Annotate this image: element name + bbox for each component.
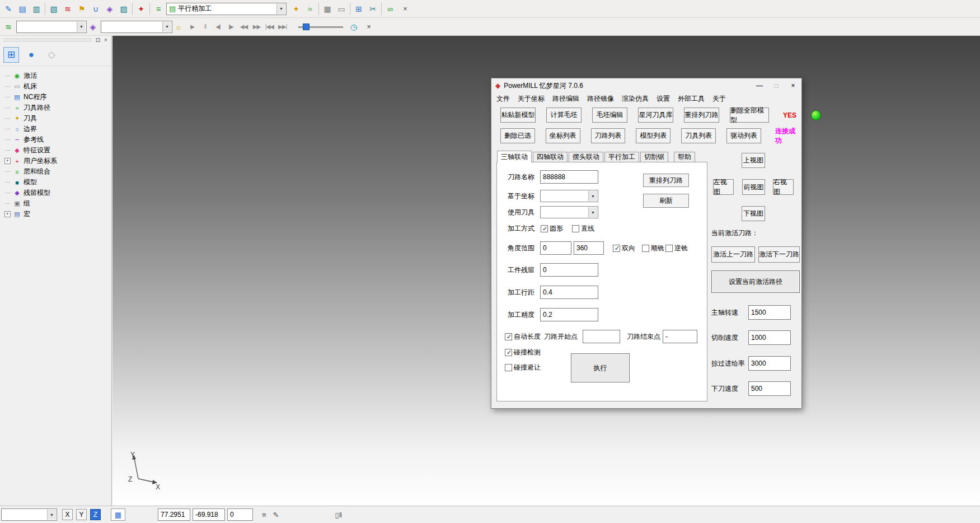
line-checkbox-group[interactable]: 直线 bbox=[572, 223, 594, 234]
statusbar-combo[interactable]: ▼ bbox=[1, 508, 57, 521]
activate-next-toolpath-button[interactable]: 激活下一刀路 bbox=[758, 246, 800, 263]
toolpath-list-button[interactable]: 刀路列表 bbox=[591, 128, 626, 143]
tree-item-levels-sets[interactable]: ≡ 层和组合 bbox=[4, 166, 111, 177]
circle-checkbox-group[interactable]: 圆形 bbox=[541, 223, 563, 234]
expander-icon[interactable] bbox=[4, 86, 11, 87]
refresh-button[interactable]: 刷新 bbox=[643, 194, 689, 208]
simulation-toolbar-close-icon[interactable]: × bbox=[364, 22, 374, 32]
plunge-speed-input[interactable] bbox=[748, 381, 791, 396]
conventional-mill-checkbox-group[interactable]: 逆铣 bbox=[665, 243, 688, 253]
expander-icon[interactable] bbox=[4, 203, 11, 204]
conventional-mill-checkbox[interactable] bbox=[665, 245, 673, 252]
tab-help[interactable]: 帮助 bbox=[674, 152, 695, 162]
tool-library-button[interactable]: 星河刀具库 bbox=[638, 108, 673, 123]
go-to-start-button[interactable]: |◀◀ bbox=[264, 21, 275, 32]
maximize-button[interactable]: □ bbox=[768, 80, 785, 92]
save-project-icon[interactable]: ▤ bbox=[16, 3, 29, 15]
tool-edit-icon[interactable]: ✦ bbox=[290, 3, 302, 15]
menu-settings[interactable]: 设置 bbox=[653, 93, 674, 104]
simulation-entity-icon[interactable]: ≋ bbox=[2, 21, 15, 33]
collision-check-checkbox[interactable] bbox=[505, 349, 512, 356]
menu-path-mirror[interactable]: 路径镜像 bbox=[583, 93, 618, 104]
tolerance-input[interactable] bbox=[540, 308, 598, 321]
expander-icon[interactable]: + bbox=[4, 158, 11, 164]
step-back-button[interactable]: ◀| bbox=[212, 21, 224, 32]
expander-icon[interactable] bbox=[4, 118, 11, 119]
panel-float-icon[interactable]: ⊡ bbox=[94, 36, 102, 43]
ghost-icon[interactable]: ◇ bbox=[44, 47, 59, 63]
calculator-icon[interactable]: ▦ bbox=[321, 3, 334, 15]
coordinate-select[interactable]: ▼ bbox=[540, 190, 598, 202]
tool-icon[interactable]: ✦ bbox=[135, 3, 147, 15]
boundary-icon[interactable]: ∪ bbox=[90, 3, 102, 15]
tree-item-tools[interactable]: ✦ 刀具 bbox=[4, 113, 111, 124]
chevron-down-icon[interactable]: ▼ bbox=[77, 22, 86, 32]
delete-selected-button[interactable]: 删除已选 bbox=[500, 128, 535, 143]
draw-icon[interactable]: ✎ bbox=[273, 511, 279, 519]
expander-icon[interactable] bbox=[4, 171, 11, 172]
close-button[interactable]: × bbox=[785, 80, 801, 92]
view-bottom-button[interactable]: 下视图 bbox=[742, 206, 765, 221]
simulation-tool-icon[interactable]: ◈ bbox=[87, 21, 99, 33]
workplane-icon[interactable]: ▨ bbox=[118, 3, 130, 15]
activate-previous-toolpath-button[interactable]: 激活上一刀路 bbox=[711, 246, 755, 263]
cutting-speed-input[interactable] bbox=[748, 330, 791, 345]
drill-icon[interactable]: ⚑ bbox=[76, 3, 88, 15]
clock-icon[interactable]: ◷ bbox=[348, 21, 360, 33]
expander-icon[interactable] bbox=[4, 129, 11, 130]
slider-handle[interactable] bbox=[303, 24, 310, 30]
play-button[interactable]: ▶ bbox=[186, 21, 198, 32]
menu-path-edit[interactable]: 路径编辑 bbox=[548, 93, 583, 104]
expander-icon[interactable] bbox=[4, 193, 11, 194]
globe-icon[interactable]: ● bbox=[24, 47, 39, 63]
expander-icon[interactable]: + bbox=[4, 211, 11, 217]
display-toggle-icon[interactable]: ▯‖ bbox=[335, 511, 343, 519]
block-icon[interactable]: ▧ bbox=[48, 3, 60, 15]
rearrange-toolpath-button[interactable]: 重排列刀路 bbox=[643, 174, 689, 187]
toolpath-start-input[interactable] bbox=[583, 330, 620, 343]
paste-new-model-button[interactable]: 粘贴新模型 bbox=[500, 108, 536, 123]
print-icon[interactable]: ▥ bbox=[30, 3, 43, 15]
menu-file[interactable]: 文件 bbox=[493, 93, 514, 104]
tree-item-groups[interactable]: ▣ 组 bbox=[4, 198, 111, 209]
tree-item-stock-models[interactable]: ◆ 残留模型 bbox=[4, 188, 111, 198]
tab-4axis[interactable]: 四轴联动 bbox=[533, 152, 568, 162]
tree-item-feature-sets[interactable]: ◆ 特征设置 bbox=[4, 145, 111, 156]
menu-external-tools[interactable]: 外部工具 bbox=[674, 93, 709, 104]
clipping-icon[interactable]: ✂ bbox=[367, 3, 379, 15]
execute-button[interactable]: 执行 bbox=[571, 353, 630, 382]
toolbar-close-icon[interactable]: × bbox=[400, 4, 410, 14]
axis-x-button[interactable]: X bbox=[62, 509, 73, 520]
drive-list-button[interactable]: 驱动列表 bbox=[726, 128, 761, 143]
menu-render-simulation[interactable]: 渲染仿真 bbox=[618, 93, 653, 104]
view-front-button[interactable]: 前视图 bbox=[742, 179, 765, 195]
tree-item-macros[interactable]: + ▤ 宏 bbox=[4, 209, 111, 220]
pause-button[interactable]: ‖ bbox=[199, 21, 211, 32]
tree-item-boundaries[interactable]: ○ 边界 bbox=[4, 124, 111, 134]
block-edit-button[interactable]: 毛坯编辑 bbox=[592, 108, 627, 123]
chevron-down-icon[interactable]: ▼ bbox=[588, 191, 597, 201]
toolpath-end-input[interactable] bbox=[663, 330, 697, 343]
explorer-tree-icon[interactable]: ⊞ bbox=[3, 47, 19, 63]
step-forward-button[interactable]: |▶ bbox=[225, 21, 237, 32]
line-checkbox[interactable] bbox=[572, 225, 579, 232]
chart-icon[interactable]: ⊞ bbox=[353, 3, 365, 15]
chevron-down-icon[interactable]: ▼ bbox=[162, 22, 171, 32]
axis-y-button[interactable]: Y bbox=[76, 509, 87, 520]
expander-icon[interactable] bbox=[4, 139, 11, 141]
calc-block-button[interactable]: 计算毛坯 bbox=[546, 108, 582, 123]
tree-item-nc-programs[interactable]: ▤ NC程序 bbox=[4, 92, 111, 102]
tab-cutting-saw[interactable]: 切割锯 bbox=[640, 152, 668, 162]
skim-feed-rate-input[interactable] bbox=[748, 356, 791, 371]
coordinate-list-button[interactable]: 坐标列表 bbox=[546, 128, 580, 143]
light-icon[interactable]: ☼ bbox=[172, 21, 185, 33]
simulation-speed-slider[interactable] bbox=[298, 21, 343, 32]
model-list-button[interactable]: 模型列表 bbox=[636, 128, 670, 143]
rewind-button[interactable]: ◀◀ bbox=[238, 21, 250, 32]
grid-icon[interactable]: ▦ bbox=[111, 508, 125, 521]
chevron-down-icon[interactable]: ▼ bbox=[276, 4, 285, 14]
bidirectional-checkbox[interactable] bbox=[613, 245, 620, 252]
panel-grip[interactable] bbox=[4, 39, 92, 41]
auto-length-checkbox[interactable] bbox=[505, 333, 512, 340]
stock-remaining-input[interactable] bbox=[540, 263, 598, 277]
